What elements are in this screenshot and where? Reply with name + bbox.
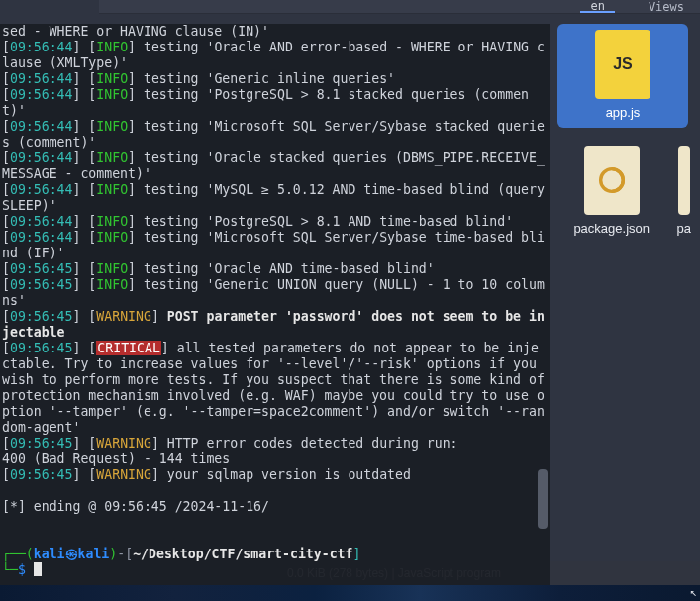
file-tile-app-js[interactable]: app.js — [557, 24, 688, 128]
fm-tab-active[interactable]: en — [580, 0, 614, 13]
file-label: app.js — [606, 105, 641, 120]
terminal-window[interactable]: sed - WHERE or HAVING clause (IN)' [09:5… — [0, 24, 550, 590]
js-file-icon — [595, 30, 650, 99]
terminal-cursor — [34, 562, 42, 576]
fm-toolbar: en Views — [99, 0, 700, 14]
json-file-icon — [584, 146, 640, 215]
file-label: package.json — [573, 221, 650, 236]
fm-tab-views[interactable]: Views — [639, 0, 694, 13]
terminal-scrollbar[interactable] — [538, 469, 548, 529]
desktop-wallpaper-strip — [0, 585, 700, 601]
file-tile-cutoff[interactable]: pa — [675, 146, 692, 236]
file-tile-package-json[interactable]: package.json — [557, 146, 665, 236]
cursor-icon: ↖ — [690, 585, 697, 599]
terminal-output[interactable]: sed - WHERE or HAVING clause (IN)' [09:5… — [2, 24, 546, 578]
json-file-icon — [678, 146, 690, 215]
fm-file-grid[interactable]: app.js package.json pa — [550, 14, 700, 561]
file-label: pa — [676, 221, 690, 236]
